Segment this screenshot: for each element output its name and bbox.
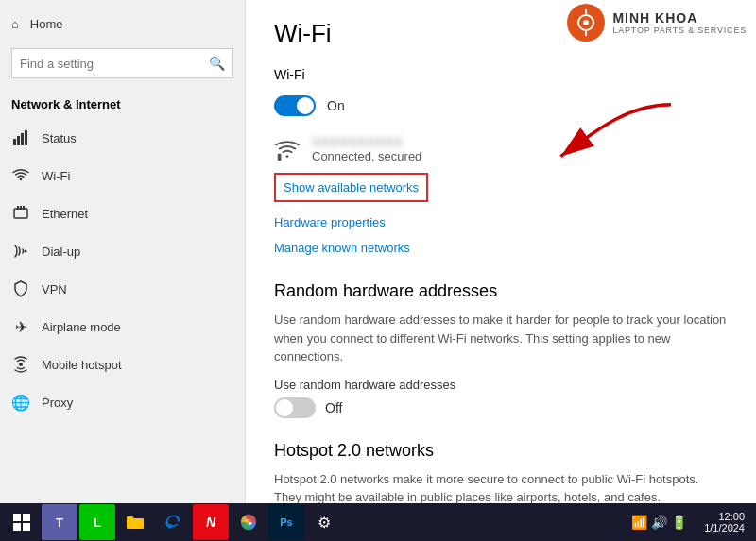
status-icon [11, 128, 30, 147]
svg-rect-17 [13, 514, 21, 521]
sidebar-item-ethernet[interactable]: Ethernet [0, 194, 245, 232]
random-hardware-description: Use random hardware addresses to make it… [274, 311, 728, 366]
svg-point-9 [19, 363, 23, 366]
svg-rect-7 [23, 206, 25, 210]
brand-text-block: MINH KHOA LAPTOP PARTS & SERVICES [612, 10, 747, 35]
network-info: XXXXXXXXXX Connected, secured [312, 135, 421, 163]
sidebar-item-airplane[interactable]: ✈ Airplane mode [0, 308, 245, 346]
random-hardware-toggle-text: Off [325, 400, 342, 415]
taskbar-battery-icon: 🔋 [671, 515, 687, 530]
network-item: XXXXXXXXXX Connected, secured [274, 129, 728, 169]
taskbar-line[interactable]: L [79, 504, 115, 540]
proxy-icon: 🌐 [11, 393, 30, 412]
sidebar-item-hotspot[interactable]: Mobile hotspot [0, 346, 245, 383]
sidebar-airplane-label: Airplane mode [42, 320, 121, 334]
taskbar-netflix[interactable]: N [193, 504, 229, 540]
taskbar-start[interactable] [4, 504, 40, 540]
svg-rect-0 [13, 139, 16, 145]
search-icon: 🔍 [209, 56, 225, 71]
network-name: XXXXXXXXXX [312, 135, 421, 149]
content-area: MINH KHOA LAPTOP PARTS & SERVICES Wi-Fi … [246, 0, 756, 503]
brand-subtitle: LAPTOP PARTS & SERVICES [612, 25, 747, 35]
hotspot-heading: Hotspot 2.0 networks [274, 441, 728, 461]
sidebar-item-home[interactable]: ⌂ Home [0, 8, 245, 41]
svg-rect-19 [13, 523, 21, 531]
taskbar-wifi-icon: 📶 [631, 515, 647, 530]
wifi-icon [11, 166, 30, 185]
taskbar-volume-icon: 🔊 [651, 515, 667, 530]
taskbar-system-tray: 📶 🔊 🔋 [624, 515, 695, 530]
sidebar-dialup-label: Dial-up [42, 245, 80, 259]
airplane-icon: ✈ [11, 317, 30, 336]
taskbar-time: 12:00 [704, 511, 745, 522]
svg-rect-5 [17, 206, 19, 210]
manage-networks-link[interactable]: Manage known networks [274, 237, 410, 259]
wifi-toggle-text: On [327, 98, 345, 113]
svg-rect-4 [14, 209, 27, 218]
wifi-label: Wi-Fi [274, 67, 305, 82]
sidebar-ethernet-label: Ethernet [42, 207, 88, 221]
sidebar-hotspot-label: Mobile hotspot [42, 358, 122, 372]
sidebar-item-vpn[interactable]: VPN [0, 270, 245, 308]
svg-rect-1 [17, 136, 20, 145]
sidebar-item-wifi[interactable]: Wi-Fi [0, 157, 245, 194]
brand-name: MINH KHOA [612, 10, 747, 25]
sidebar-item-status[interactable]: Status [0, 119, 245, 157]
dialup-icon [11, 242, 30, 261]
svg-point-8 [25, 250, 27, 253]
wifi-toggle-control: On [274, 95, 728, 116]
svg-rect-6 [20, 206, 22, 210]
sidebar-item-dialup[interactable]: Dial-up [0, 232, 245, 270]
taskbar-date: 1/1/2024 [704, 522, 745, 533]
toggle-knob [297, 97, 314, 114]
brand-logo: MINH KHOA LAPTOP PARTS & SERVICES [567, 4, 747, 42]
hotspot-description: Hotspot 2.0 networks make it more secure… [274, 470, 728, 504]
search-box[interactable]: 🔍 [11, 48, 233, 78]
svg-point-12 [583, 20, 589, 25]
ethernet-icon [11, 204, 30, 223]
hardware-properties-link[interactable]: Hardware properties [274, 211, 386, 233]
svg-rect-18 [23, 514, 30, 521]
random-hardware-toggle-knob [276, 399, 293, 416]
taskbar-clock[interactable]: 12:00 1/1/2024 [696, 511, 752, 533]
taskbar: T L N Ps ⚙ 📶 🔊 🔋 12 [0, 503, 756, 541]
sidebar-proxy-label: Proxy [42, 396, 73, 410]
brand-circle [567, 4, 605, 42]
sidebar-vpn-label: VPN [42, 282, 67, 296]
taskbar-teams[interactable]: T [42, 504, 77, 540]
svg-rect-2 [21, 133, 24, 145]
taskbar-edge[interactable] [155, 504, 191, 540]
random-hardware-toggle-row: Off [274, 397, 728, 418]
sidebar-status-label: Status [42, 131, 77, 145]
sidebar: ⌂ Home 🔍 Network & Internet Status [0, 0, 246, 503]
sidebar-section-label: Network & Internet [0, 93, 245, 119]
random-hardware-toggle-label: Use random hardware addresses [274, 378, 728, 392]
main-window: ⌂ Home 🔍 Network & Internet Status [0, 0, 756, 503]
svg-rect-20 [23, 523, 30, 531]
sidebar-wifi-label: Wi-Fi [42, 169, 70, 183]
taskbar-settings[interactable]: ⚙ [306, 504, 342, 540]
svg-rect-15 [278, 154, 282, 161]
wifi-toggle[interactable] [274, 95, 316, 116]
sidebar-home-label: Home [30, 17, 63, 31]
show-networks-btn[interactable]: Show available networks [274, 173, 428, 202]
vpn-icon [11, 279, 30, 298]
taskbar-photoshop[interactable]: Ps [268, 504, 304, 540]
wifi-signal-icon [274, 136, 301, 162]
svg-rect-3 [25, 130, 27, 145]
taskbar-chrome[interactable] [231, 504, 266, 540]
taskbar-folder[interactable] [117, 504, 153, 540]
network-status: Connected, secured [312, 149, 421, 163]
home-icon: ⌂ [11, 17, 19, 31]
random-hardware-heading: Random hardware addresses [274, 281, 728, 301]
search-input[interactable] [20, 57, 209, 71]
hotspot-icon [11, 355, 30, 374]
wifi-toggle-row: Wi-Fi [274, 67, 728, 82]
random-hardware-toggle[interactable] [274, 397, 316, 418]
sidebar-item-proxy[interactable]: 🌐 Proxy [0, 383, 245, 421]
